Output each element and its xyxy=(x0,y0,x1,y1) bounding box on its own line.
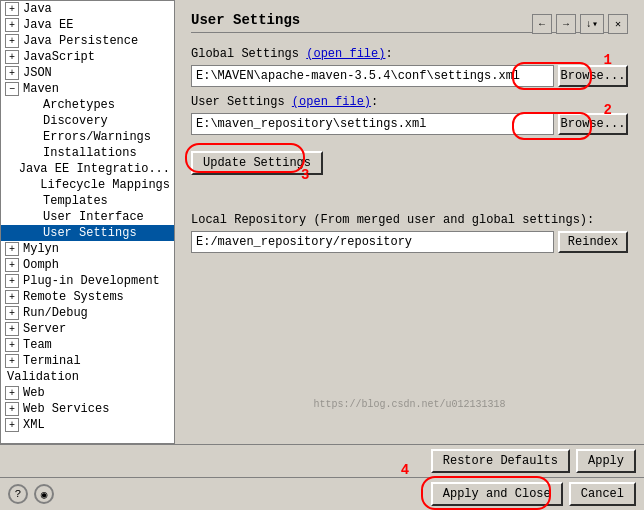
expand-icon[interactable]: + xyxy=(5,402,19,416)
expand-icon[interactable]: + xyxy=(5,386,19,400)
expand-icon[interactable]: + xyxy=(5,258,19,272)
update-settings-button[interactable]: Update Settings xyxy=(191,151,323,175)
help-icon[interactable]: ? xyxy=(8,484,28,504)
tree-item-maven-templates[interactable]: Templates xyxy=(1,193,174,209)
expand-icon[interactable]: + xyxy=(5,418,19,432)
expand-icon[interactable]: + xyxy=(5,2,19,16)
nav-close[interactable]: ✕ xyxy=(608,14,628,34)
tree-item-label: XML xyxy=(23,418,45,432)
tree-item-run-debug[interactable]: +Run/Debug xyxy=(1,305,174,321)
tree-item-label: Java EE Integratio... xyxy=(19,162,170,176)
tree-item-label: Archetypes xyxy=(43,98,115,112)
tree-item-label: Discovery xyxy=(43,114,108,128)
tree-item-label: Java xyxy=(23,2,52,16)
expand-icon[interactable]: + xyxy=(5,18,19,32)
tree-item-label: Mylyn xyxy=(23,242,59,256)
info-icon[interactable]: ◉ xyxy=(34,484,54,504)
main-window: +Java+Java EE+Java Persistence+JavaScrip… xyxy=(0,0,644,510)
tree-item-maven-user-settings[interactable]: User Settings xyxy=(1,225,174,241)
tree-item-xml[interactable]: +XML xyxy=(1,417,174,433)
user-browse-button[interactable]: Browse... xyxy=(558,113,628,135)
tree-item-web[interactable]: +Web xyxy=(1,385,174,401)
tree-item-javascript[interactable]: +JavaScript xyxy=(1,49,174,65)
tree-item-label: Team xyxy=(23,338,52,352)
tree-item-maven-discovery[interactable]: Discovery xyxy=(1,113,174,129)
tree-item-label: Terminal xyxy=(23,354,81,368)
cancel-button[interactable]: Cancel xyxy=(569,482,636,506)
tree-item-maven[interactable]: −Maven xyxy=(1,81,174,97)
expand-icon[interactable]: + xyxy=(5,322,19,336)
tree-item-web-services[interactable]: +Web Services xyxy=(1,401,174,417)
collapse-icon[interactable]: − xyxy=(5,82,19,96)
expand-icon[interactable]: + xyxy=(5,34,19,48)
tree-item-mylyn[interactable]: +Mylyn xyxy=(1,241,174,257)
tree-item-maven-ui[interactable]: User Interface xyxy=(1,209,174,225)
expand-icon[interactable]: + xyxy=(5,338,19,352)
tree-item-plugin-dev[interactable]: +Plug-in Development xyxy=(1,273,174,289)
tree-item-label: User Settings xyxy=(43,226,137,240)
tree-item-label: Web xyxy=(23,386,45,400)
global-settings-row: Browse... xyxy=(191,65,628,87)
expand-icon[interactable]: + xyxy=(5,66,19,80)
expand-icon[interactable]: + xyxy=(5,50,19,64)
tree-item-label: Templates xyxy=(43,194,108,208)
expand-icon[interactable]: + xyxy=(5,306,19,320)
tree-item-oomph[interactable]: +Oomph xyxy=(1,257,174,273)
tree-item-label: Maven xyxy=(23,82,59,96)
tree-item-terminal[interactable]: +Terminal xyxy=(1,353,174,369)
tree-item-maven-javaee[interactable]: Java EE Integratio... xyxy=(1,161,174,177)
local-repo-label: Local Repository (From merged user and g… xyxy=(191,213,628,227)
tree-item-java-ee[interactable]: +Java EE xyxy=(1,17,174,33)
global-open-file-link[interactable]: (open file) xyxy=(306,47,385,61)
tree-item-label: Java Persistence xyxy=(23,34,138,48)
local-repo-input[interactable] xyxy=(191,231,554,253)
tree-item-json[interactable]: +JSON xyxy=(1,65,174,81)
tree-item-label: Web Services xyxy=(23,402,109,416)
tree-item-java-persistence[interactable]: +Java Persistence xyxy=(1,33,174,49)
tree-item-maven-archetypes[interactable]: Archetypes xyxy=(1,97,174,113)
tree-item-team[interactable]: +Team xyxy=(1,337,174,353)
settings-tree[interactable]: +Java+Java EE+Java Persistence+JavaScrip… xyxy=(0,0,175,444)
tree-item-label: Lifecycle Mappings xyxy=(40,178,170,192)
expand-icon[interactable]: + xyxy=(5,242,19,256)
tree-item-label: Remote Systems xyxy=(23,290,124,304)
user-open-file-link[interactable]: (open file) xyxy=(292,95,371,109)
tree-item-label: Run/Debug xyxy=(23,306,88,320)
tree-item-label: Oomph xyxy=(23,258,59,272)
tree-item-label: Plug-in Development xyxy=(23,274,160,288)
tree-item-label: Validation xyxy=(7,370,79,384)
tree-item-label: User Interface xyxy=(43,210,144,224)
nav-down[interactable]: ↓▾ xyxy=(580,14,604,34)
expand-icon[interactable]: + xyxy=(5,354,19,368)
tree-item-label: Server xyxy=(23,322,66,336)
global-path-input[interactable] xyxy=(191,65,554,87)
user-path-input[interactable] xyxy=(191,113,554,135)
nav-back[interactable]: ← xyxy=(532,14,552,34)
nav-forward[interactable]: → xyxy=(556,14,576,34)
reindex-button[interactable]: Reindex xyxy=(558,231,628,253)
tree-item-validation[interactable]: Validation xyxy=(1,369,174,385)
user-settings-row: Browse... xyxy=(191,113,628,135)
apply-and-close-button[interactable]: Apply and Close xyxy=(431,482,563,506)
tree-item-label: JavaScript xyxy=(23,50,95,64)
tree-item-label: Errors/Warnings xyxy=(43,130,151,144)
bottom-action-bar: Restore Defaults Apply xyxy=(0,444,644,477)
tree-item-server[interactable]: +Server xyxy=(1,321,174,337)
settings-content: ← → ↓▾ ✕ User Settings Global Settings (… xyxy=(175,0,644,444)
global-settings-label: Global Settings (open file): xyxy=(191,47,628,61)
tree-item-label: Installations xyxy=(43,146,137,160)
tree-item-maven-errors[interactable]: Errors/Warnings xyxy=(1,129,174,145)
tree-item-maven-installations[interactable]: Installations xyxy=(1,145,174,161)
tree-item-maven-lifecycle[interactable]: Lifecycle Mappings xyxy=(1,177,174,193)
global-browse-button[interactable]: Browse... xyxy=(558,65,628,87)
apply-button[interactable]: Apply xyxy=(576,449,636,473)
tree-item-remote-systems[interactable]: +Remote Systems xyxy=(1,289,174,305)
expand-icon[interactable]: + xyxy=(5,274,19,288)
local-repo-section: Local Repository (From merged user and g… xyxy=(191,213,628,253)
tree-item-java[interactable]: +Java xyxy=(1,1,174,17)
tree-item-label: Java EE xyxy=(23,18,73,32)
tree-item-label: JSON xyxy=(23,66,52,80)
restore-defaults-button[interactable]: Restore Defaults xyxy=(431,449,570,473)
user-settings-label: User Settings (open file): xyxy=(191,95,628,109)
expand-icon[interactable]: + xyxy=(5,290,19,304)
